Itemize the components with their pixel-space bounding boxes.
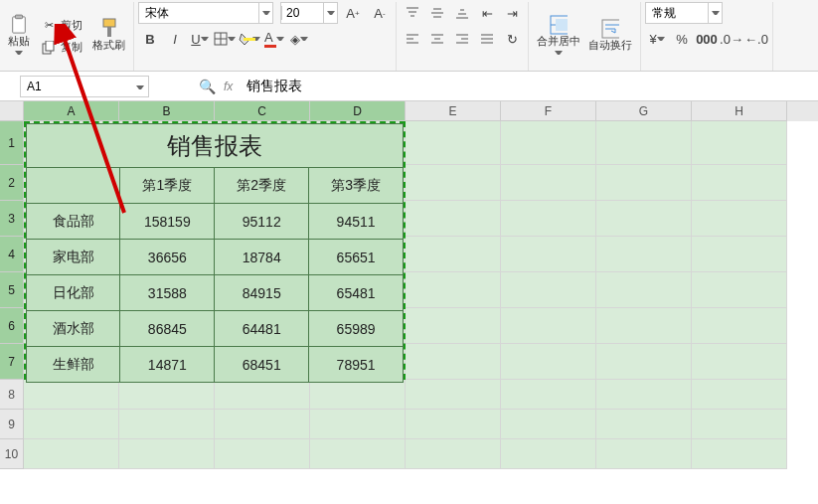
- grid-cell[interactable]: [310, 410, 406, 439]
- column-header[interactable]: B: [119, 101, 215, 121]
- grid-cell[interactable]: [501, 201, 596, 237]
- italic-button[interactable]: I: [163, 28, 187, 50]
- grid-cell[interactable]: [692, 410, 787, 439]
- effects-button[interactable]: ◈: [287, 28, 311, 50]
- grid-cell[interactable]: [596, 410, 692, 439]
- grid-cell[interactable]: [692, 121, 787, 165]
- table-data-cell[interactable]: 14871: [120, 347, 215, 383]
- table-header-cell[interactable]: 第2季度: [215, 168, 309, 204]
- cut-button[interactable]: ✂ 剪切: [36, 15, 86, 37]
- grid-cell[interactable]: [406, 121, 501, 165]
- grid-cell[interactable]: [24, 410, 119, 439]
- grid-cell[interactable]: [596, 237, 692, 272]
- fx-label[interactable]: fx: [224, 80, 233, 93]
- grid-cell[interactable]: [406, 439, 501, 469]
- row-header[interactable]: 5: [0, 272, 24, 308]
- borders-button[interactable]: [213, 28, 237, 50]
- table-data-cell[interactable]: 78951: [309, 347, 404, 383]
- align-center-button[interactable]: [425, 28, 449, 50]
- grid-cell[interactable]: [692, 237, 787, 272]
- align-right-button[interactable]: [450, 28, 474, 50]
- grid-cell[interactable]: [501, 308, 596, 344]
- table-data-cell[interactable]: 86845: [120, 311, 215, 347]
- orientation-button[interactable]: ↻: [500, 28, 524, 50]
- grid-cell[interactable]: [24, 439, 119, 469]
- name-box[interactable]: A1: [20, 76, 149, 97]
- table-data-cell[interactable]: 31588: [120, 275, 215, 311]
- row-header[interactable]: 3: [0, 201, 24, 237]
- table-data-cell[interactable]: 36656: [120, 240, 215, 275]
- table-data-cell[interactable]: 95112: [215, 204, 309, 240]
- wrap-text-button[interactable]: 自动换行: [584, 18, 636, 55]
- grid-cell[interactable]: [119, 410, 215, 439]
- table-row-label[interactable]: 酒水部: [27, 311, 120, 347]
- grid-cell[interactable]: [501, 121, 596, 165]
- bold-button[interactable]: B: [138, 28, 162, 50]
- row-header[interactable]: 2: [0, 165, 24, 201]
- row-header[interactable]: 6: [0, 308, 24, 344]
- column-header[interactable]: G: [596, 101, 692, 121]
- table-data-cell[interactable]: 94511: [309, 204, 404, 240]
- cells-grid[interactable]: 销售报表第1季度第2季度第3季度食品部1581599511294511家电部36…: [24, 121, 818, 469]
- format-painter-button[interactable]: 格式刷: [88, 18, 129, 55]
- column-header[interactable]: H: [692, 101, 787, 121]
- table-row-label[interactable]: 日化部: [27, 275, 120, 311]
- grid-cell[interactable]: [692, 308, 787, 344]
- align-bottom-button[interactable]: [450, 2, 474, 24]
- grid-cell[interactable]: [501, 439, 596, 469]
- table-header-cell[interactable]: 第1季度: [120, 168, 215, 204]
- underline-button[interactable]: U: [188, 28, 212, 50]
- grid-cell[interactable]: [501, 237, 596, 272]
- table-header-cell[interactable]: [27, 168, 120, 204]
- grid-cell[interactable]: [692, 380, 787, 410]
- grid-cell[interactable]: [501, 410, 596, 439]
- decrease-decimal-button[interactable]: ←.0: [744, 28, 768, 50]
- select-all-corner[interactable]: [0, 101, 24, 121]
- decrease-font-button[interactable]: A-: [368, 2, 392, 24]
- increase-decimal-button[interactable]: .0→: [720, 28, 743, 50]
- table-row-label[interactable]: 家电部: [27, 240, 120, 275]
- grid-cell[interactable]: [501, 344, 596, 380]
- grid-cell[interactable]: [596, 165, 692, 201]
- increase-font-button[interactable]: A+: [341, 2, 365, 24]
- grid-cell[interactable]: [310, 380, 406, 410]
- column-header[interactable]: F: [501, 101, 596, 121]
- merge-center-button[interactable]: 合并居中: [533, 14, 584, 59]
- grid-cell[interactable]: [501, 380, 596, 410]
- grid-cell[interactable]: [596, 308, 692, 344]
- grid-cell[interactable]: [501, 165, 596, 201]
- table-data-cell[interactable]: 65651: [309, 240, 404, 275]
- grid-cell[interactable]: [406, 344, 501, 380]
- currency-button[interactable]: ¥: [645, 28, 669, 50]
- increase-indent-button[interactable]: ⇥: [500, 2, 524, 24]
- grid-cell[interactable]: [692, 272, 787, 308]
- table-header-cell[interactable]: 第3季度: [309, 168, 404, 204]
- chevron-down-icon[interactable]: [15, 49, 23, 57]
- row-header[interactable]: 4: [0, 237, 24, 272]
- paste-button[interactable]: 粘贴: [4, 14, 34, 59]
- grid-cell[interactable]: [692, 201, 787, 237]
- percent-button[interactable]: %: [670, 28, 694, 50]
- font-size-select[interactable]: 20: [280, 2, 338, 24]
- number-format-select[interactable]: 常规: [645, 2, 723, 24]
- grid-cell[interactable]: [692, 439, 787, 469]
- chevron-down-icon[interactable]: [555, 49, 563, 57]
- copy-button[interactable]: 复制: [36, 37, 86, 59]
- decrease-indent-button[interactable]: ⇤: [475, 2, 499, 24]
- grid-cell[interactable]: [692, 344, 787, 380]
- column-header[interactable]: A: [24, 101, 119, 121]
- table-data-cell[interactable]: 65481: [309, 275, 404, 311]
- align-top-button[interactable]: [401, 2, 424, 24]
- grid-cell[interactable]: [406, 308, 501, 344]
- row-header[interactable]: 10: [0, 439, 24, 469]
- grid-cell[interactable]: [596, 380, 692, 410]
- column-header[interactable]: C: [215, 101, 310, 121]
- grid-cell[interactable]: [501, 272, 596, 308]
- grid-cell[interactable]: [596, 201, 692, 237]
- table-data-cell[interactable]: 68451: [215, 347, 309, 383]
- align-middle-button[interactable]: [425, 2, 449, 24]
- comma-style-button[interactable]: 000: [695, 28, 719, 50]
- grid-cell[interactable]: [215, 439, 310, 469]
- column-header[interactable]: D: [310, 101, 406, 121]
- table-row-label[interactable]: 食品部: [27, 204, 120, 240]
